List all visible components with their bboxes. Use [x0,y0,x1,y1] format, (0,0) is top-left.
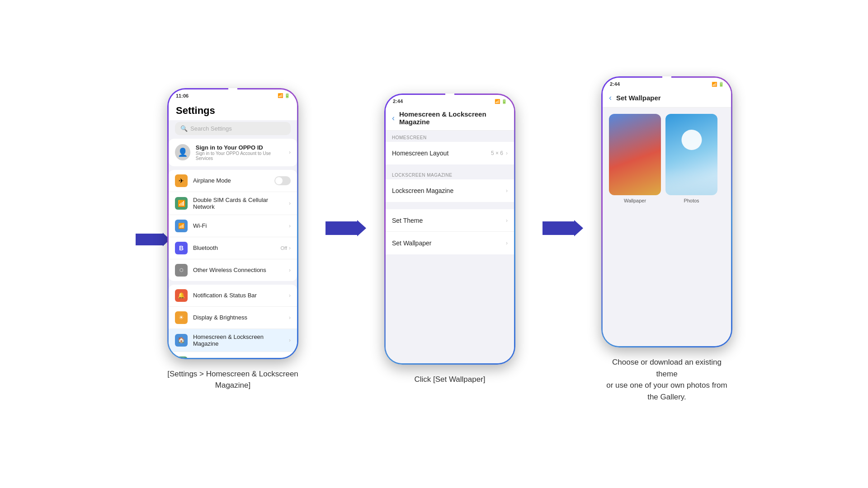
bluetooth-label: Bluetooth [193,244,275,251]
airplane-toggle[interactable] [274,176,291,185]
screen3-title: Set Wallpaper [616,94,661,102]
wifi-icon: 📶 [175,220,188,232]
screen2: ‹ Homescreen & Lockscreen Magazine HOMES… [386,106,514,363]
bluetooth-icon: B [175,242,188,254]
caption3: Choose or download an existing themeor u… [606,358,727,401]
wallpaper-item-2[interactable]: Photos [665,114,717,203]
chevron-sim: › [289,200,291,206]
settings-item-bluetooth[interactable]: B Bluetooth Off › [169,237,297,259]
wallpaper-label-2: Photos [684,198,699,203]
settings-item-sim[interactable]: 📶 Double SIM Cards & Cellular Network › [169,192,297,215]
search-placeholder: Search Settings [190,125,232,132]
wallpaper-label: Set Wallpaper [392,239,431,247]
phone3-block: 2:44 📶 🔋 ‹ Set Wallpaper [601,76,732,403]
settings-item-homescreen[interactable]: 🏠 Homescreen & Lockscreen Magazine › [169,329,297,352]
wireless-icon: ⬡ [175,264,188,277]
phone1-wrapper: 11:06 📶 🔋 Settings 🔍 Search Settings [136,88,298,391]
nav-header-3: ‹ Set Wallpaper [603,89,731,108]
phone2-inner: 2:44 📶 🔋 ‹ Homescreen & Lockscreen Magaz… [386,95,514,363]
arrow1-container [326,221,357,235]
settings-section-2: 🔔 Notification & Status Bar › ☀ Display … [169,285,297,358]
phone1: 11:06 📶 🔋 Settings 🔍 Search Settings [167,88,298,359]
wallpaper-item-1[interactable]: Wallpaper [609,114,661,203]
wallpaper-grid: Wallpaper Photos [603,108,731,210]
notification-label: Notification & Status Bar [193,292,283,299]
section-header-homescreen: HOMESCREEN [386,131,514,142]
profile-subtitle: Sign in to Your OPPO Account to Use Serv… [196,151,283,161]
chevron-theme: › [506,217,508,224]
settings-screen[interactable]: Settings 🔍 Search Settings 👤 Sign in to … [169,100,297,358]
status-icons-3: 📶 🔋 [712,82,724,87]
chevron-wireless: › [289,267,291,273]
chevron-profile: › [289,149,291,155]
settings-section-1: ✈ Airplane Mode 📶 Double SIM Cards & Cel… [169,170,297,281]
phone1-content: Settings 🔍 Search Settings 👤 Sign in to … [169,100,297,358]
settings-item-airplane[interactable]: ✈ Airplane Mode [169,170,297,192]
arrow1 [326,221,357,235]
nav-header-2: ‹ Homescreen & Lockscreen Magazine [386,106,514,131]
settings-item-notification[interactable]: 🔔 Notification & Status Bar › [169,285,297,307]
screen2-title: Homescreen & Lockscreen Magazine [399,110,508,126]
search-bar[interactable]: 🔍 Search Settings [175,122,291,135]
airplane-label: Airplane Mode [193,177,269,184]
time-1: 11:06 [176,93,189,99]
time-3: 2:44 [610,81,620,87]
sound-icon: 🔊 [175,357,188,358]
back-button-3[interactable]: ‹ [609,93,612,103]
chevron-layout: › [506,150,508,156]
settings-item-sound[interactable]: 🔊 Sound & Vibration › [169,352,297,358]
chevron-display: › [289,314,291,321]
menu-item-layout[interactable]: Homescreen Layout 5 × 6 › [386,142,514,164]
chevron-notification: › [289,292,291,299]
back-button-2[interactable]: ‹ [392,113,395,123]
side-arrow-left [136,234,163,245]
settings-item-wifi[interactable]: 📶 Wi-Fi › [169,215,297,237]
sim-label: Double SIM Cards & Cellular Network [193,197,283,210]
layout-value: 5 × 6 [491,150,503,156]
phone1-inner: 11:06 📶 🔋 Settings 🔍 Search Settings [169,89,297,358]
phone2-content: ‹ Homescreen & Lockscreen Magazine HOMES… [386,106,514,363]
theme-label: Set Theme [392,217,423,224]
caption2-block: Click [Set Wallpaper] [384,374,515,385]
profile-section[interactable]: 👤 Sign in to Your OPPO ID Sign in to You… [169,139,297,166]
lockscreen-label: Lockscreen Magazine [392,187,453,194]
caption1: [Settings > Homescreen & Lockscreen Maga… [167,370,298,390]
phone3-content: ‹ Set Wallpaper Wallpaper [603,89,731,346]
arrow2-container [542,221,574,235]
chevron-wifi: › [289,223,291,229]
phone2: 2:44 📶 🔋 ‹ Homescreen & Lockscreen Magaz… [384,94,515,365]
chevron-lockscreen: › [506,188,508,194]
profile-text: Sign in to Your OPPO ID Sign in to Your … [196,144,283,161]
menu-section-lockscreen: Lockscreen Magazine › [386,179,514,202]
chevron-homescreen: › [289,337,291,343]
menu-section-homescreen: Homescreen Layout 5 × 6 › [386,142,514,164]
menu-item-theme[interactable]: Set Theme › [386,209,514,232]
section-header-lockscreen: LOCKSCREEN MAGAZINE [386,168,514,179]
display-label: Display & Brightness [193,314,283,321]
time-2: 2:44 [393,99,403,104]
avatar: 👤 [175,144,190,160]
settings-item-display[interactable]: ☀ Display & Brightness › [169,307,297,329]
phone2-block: 2:44 📶 🔋 ‹ Homescreen & Lockscreen Magaz… [384,94,515,385]
homescreen-label: Homescreen & Lockscreen Magazine [193,333,283,347]
bluetooth-right: Off › [281,245,291,251]
notification-icon: 🔔 [175,289,188,302]
screen3: ‹ Set Wallpaper Wallpaper [603,89,731,346]
menu-section-theme: Set Theme › Set Wallpaper › [386,209,514,254]
phone3: 2:44 📶 🔋 ‹ Set Wallpaper [601,76,732,347]
chevron-wallpaper: › [506,240,508,246]
airplane-icon: ✈ [175,174,188,187]
status-icons-1: 📶 🔋 [278,93,290,98]
caption1-block: [Settings > Homescreen & Lockscreen Maga… [167,368,298,391]
menu-item-wallpaper[interactable]: Set Wallpaper › [386,232,514,254]
display-icon: ☀ [175,311,188,324]
phone1-block: 11:06 📶 🔋 Settings 🔍 Search Settings [167,88,298,391]
homescreen-icon: 🏠 [175,334,188,347]
layout-label: Homescreen Layout [392,150,448,157]
wallpaper-label-1: Wallpaper [624,198,646,203]
caption2: Click [Set Wallpaper] [414,375,485,384]
menu-item-lockscreen[interactable]: Lockscreen Magazine › [386,179,514,202]
settings-title: Settings [169,100,297,120]
wireless-label: Other Wireless Connections [193,267,283,273]
settings-item-wireless[interactable]: ⬡ Other Wireless Connections › [169,259,297,281]
